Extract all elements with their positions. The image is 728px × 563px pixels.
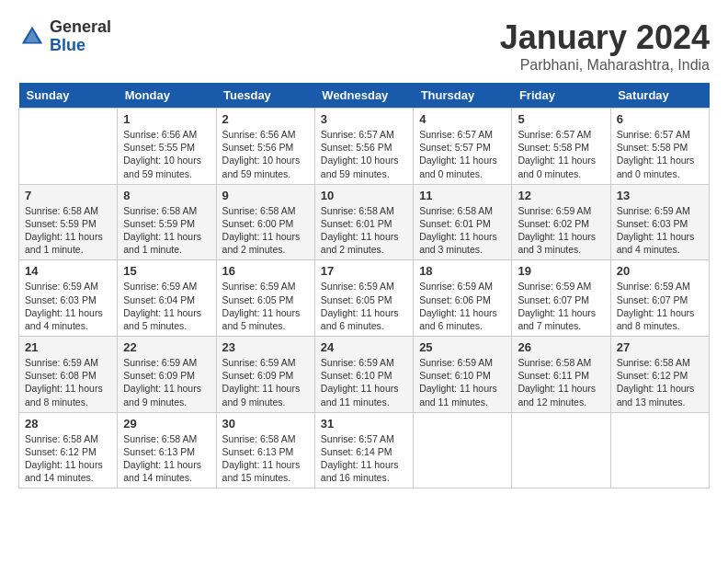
day-number: 20 (617, 264, 703, 278)
calendar-cell: 17Sunrise: 6:59 AM Sunset: 6:05 PM Dayli… (314, 260, 413, 337)
day-number: 2 (222, 112, 309, 126)
day-info: Sunrise: 6:56 AM Sunset: 5:55 PM Dayligh… (123, 128, 210, 180)
calendar-cell: 10Sunrise: 6:58 AM Sunset: 6:01 PM Dayli… (314, 184, 413, 260)
day-of-week-wednesday: Wednesday (314, 83, 413, 109)
day-info: Sunrise: 6:59 AM Sunset: 6:02 PM Dayligh… (518, 204, 604, 257)
day-number: 22 (123, 340, 210, 354)
calendar-cell: 15Sunrise: 6:59 AM Sunset: 6:04 PM Dayli… (118, 260, 216, 337)
logo-text: General Blue (50, 18, 111, 55)
week-row-5: 28Sunrise: 6:58 AM Sunset: 6:12 PM Dayli… (19, 412, 710, 488)
day-info: Sunrise: 6:58 AM Sunset: 5:59 PM Dayligh… (123, 204, 210, 257)
day-of-week-friday: Friday (512, 83, 610, 109)
day-info: Sunrise: 6:56 AM Sunset: 5:56 PM Dayligh… (222, 128, 309, 180)
day-info: Sunrise: 6:59 AM Sunset: 6:09 PM Dayligh… (123, 356, 210, 408)
day-number: 5 (518, 112, 604, 126)
calendar-cell: 12Sunrise: 6:59 AM Sunset: 6:02 PM Dayli… (512, 184, 610, 260)
day-of-week-monday: Monday (118, 83, 216, 109)
calendar-cell: 1Sunrise: 6:56 AM Sunset: 5:55 PM Daylig… (118, 109, 216, 185)
calendar-cell: 19Sunrise: 6:59 AM Sunset: 6:07 PM Dayli… (512, 260, 610, 337)
logo-icon (18, 23, 46, 51)
day-info: Sunrise: 6:57 AM Sunset: 5:57 PM Dayligh… (419, 128, 506, 180)
day-number: 4 (419, 112, 506, 126)
day-info: Sunrise: 6:59 AM Sunset: 6:07 PM Dayligh… (617, 280, 703, 332)
calendar-cell (512, 412, 610, 488)
calendar-cell: 31Sunrise: 6:57 AM Sunset: 6:14 PM Dayli… (314, 412, 413, 488)
calendar-subtitle: Parbhani, Maharashtra, India (500, 57, 710, 74)
day-number: 12 (518, 189, 604, 202)
calendar-cell: 26Sunrise: 6:58 AM Sunset: 6:11 PM Dayli… (512, 337, 610, 413)
day-number: 6 (617, 112, 703, 126)
calendar-cell: 5Sunrise: 6:57 AM Sunset: 5:58 PM Daylig… (512, 109, 610, 185)
calendar-cell: 27Sunrise: 6:58 AM Sunset: 6:12 PM Dayli… (610, 337, 709, 413)
calendar-cell: 22Sunrise: 6:59 AM Sunset: 6:09 PM Dayli… (118, 337, 216, 413)
calendar-cell: 11Sunrise: 6:58 AM Sunset: 6:01 PM Dayli… (414, 184, 512, 260)
day-of-week-thursday: Thursday (414, 83, 512, 109)
calendar-cell: 30Sunrise: 6:58 AM Sunset: 6:13 PM Dayli… (216, 412, 314, 488)
calendar-cell: 14Sunrise: 6:59 AM Sunset: 6:03 PM Dayli… (19, 260, 118, 337)
calendar-cell: 28Sunrise: 6:58 AM Sunset: 6:12 PM Dayli… (19, 412, 118, 488)
calendar-cell: 25Sunrise: 6:59 AM Sunset: 6:10 PM Dayli… (414, 337, 512, 413)
day-info: Sunrise: 6:58 AM Sunset: 6:11 PM Dayligh… (518, 356, 604, 408)
calendar-cell: 9Sunrise: 6:58 AM Sunset: 6:00 PM Daylig… (216, 184, 314, 260)
day-number: 30 (222, 417, 309, 431)
day-number: 19 (518, 264, 604, 278)
week-row-1: 1Sunrise: 6:56 AM Sunset: 5:55 PM Daylig… (19, 109, 710, 185)
calendar-cell: 24Sunrise: 6:59 AM Sunset: 6:10 PM Dayli… (314, 337, 413, 413)
logo-general-text: General (50, 18, 111, 37)
day-number: 29 (123, 417, 210, 431)
calendar-cell: 29Sunrise: 6:58 AM Sunset: 6:13 PM Dayli… (118, 412, 216, 488)
day-info: Sunrise: 6:59 AM Sunset: 6:06 PM Dayligh… (419, 280, 506, 332)
day-number: 23 (222, 340, 309, 354)
logo: General Blue (18, 18, 111, 55)
calendar-cell: 20Sunrise: 6:59 AM Sunset: 6:07 PM Dayli… (610, 260, 709, 337)
day-of-week-sunday: Sunday (19, 83, 118, 109)
day-info: Sunrise: 6:57 AM Sunset: 6:14 PM Dayligh… (321, 432, 407, 485)
day-number: 14 (25, 264, 111, 278)
day-number: 9 (222, 189, 309, 202)
calendar-cell: 2Sunrise: 6:56 AM Sunset: 5:56 PM Daylig… (216, 109, 314, 185)
calendar-cell: 3Sunrise: 6:57 AM Sunset: 5:56 PM Daylig… (314, 109, 413, 185)
page-header: General Blue January 2024 Parbhani, Maha… (18, 18, 710, 74)
day-info: Sunrise: 6:59 AM Sunset: 6:05 PM Dayligh… (321, 280, 407, 332)
day-number: 11 (419, 189, 506, 202)
week-row-2: 7Sunrise: 6:58 AM Sunset: 5:59 PM Daylig… (19, 184, 710, 260)
day-of-week-saturday: Saturday (610, 83, 709, 109)
calendar-cell: 23Sunrise: 6:59 AM Sunset: 6:09 PM Dayli… (216, 337, 314, 413)
calendar-title: January 2024 (500, 18, 710, 57)
day-number: 27 (617, 340, 703, 354)
week-row-3: 14Sunrise: 6:59 AM Sunset: 6:03 PM Dayli… (19, 260, 710, 337)
day-info: Sunrise: 6:58 AM Sunset: 5:59 PM Dayligh… (25, 204, 111, 257)
days-of-week-row: SundayMondayTuesdayWednesdayThursdayFrid… (19, 83, 710, 109)
day-number: 15 (123, 264, 210, 278)
day-info: Sunrise: 6:57 AM Sunset: 5:58 PM Dayligh… (518, 128, 604, 180)
day-info: Sunrise: 6:59 AM Sunset: 6:09 PM Dayligh… (222, 356, 309, 408)
day-number: 16 (222, 264, 309, 278)
day-info: Sunrise: 6:59 AM Sunset: 6:03 PM Dayligh… (25, 280, 111, 332)
day-number: 13 (617, 189, 703, 202)
day-number: 18 (419, 264, 506, 278)
day-info: Sunrise: 6:59 AM Sunset: 6:10 PM Dayligh… (321, 356, 407, 408)
day-number: 7 (25, 189, 111, 202)
day-info: Sunrise: 6:59 AM Sunset: 6:08 PM Dayligh… (25, 356, 111, 408)
day-number: 17 (321, 264, 407, 278)
day-info: Sunrise: 6:59 AM Sunset: 6:07 PM Dayligh… (518, 280, 604, 332)
day-info: Sunrise: 6:58 AM Sunset: 6:00 PM Dayligh… (222, 204, 309, 257)
day-info: Sunrise: 6:59 AM Sunset: 6:05 PM Dayligh… (222, 280, 309, 332)
day-info: Sunrise: 6:59 AM Sunset: 6:04 PM Dayligh… (123, 280, 210, 332)
day-info: Sunrise: 6:58 AM Sunset: 6:01 PM Dayligh… (321, 204, 407, 257)
day-number: 28 (25, 417, 111, 431)
calendar-cell: 21Sunrise: 6:59 AM Sunset: 6:08 PM Dayli… (19, 337, 118, 413)
calendar-cell (19, 109, 118, 185)
day-number: 10 (321, 189, 407, 202)
calendar-cell (610, 412, 709, 488)
calendar-body: 1Sunrise: 6:56 AM Sunset: 5:55 PM Daylig… (19, 109, 710, 488)
day-info: Sunrise: 6:58 AM Sunset: 6:13 PM Dayligh… (222, 432, 309, 485)
calendar-cell: 13Sunrise: 6:59 AM Sunset: 6:03 PM Dayli… (610, 184, 709, 260)
day-number: 3 (321, 112, 407, 126)
day-number: 8 (123, 189, 210, 202)
day-of-week-tuesday: Tuesday (216, 83, 314, 109)
day-info: Sunrise: 6:58 AM Sunset: 6:01 PM Dayligh… (419, 204, 506, 257)
day-info: Sunrise: 6:58 AM Sunset: 6:12 PM Dayligh… (25, 432, 111, 485)
calendar-table: SundayMondayTuesdayWednesdayThursdayFrid… (18, 83, 710, 488)
calendar-cell: 16Sunrise: 6:59 AM Sunset: 6:05 PM Dayli… (216, 260, 314, 337)
